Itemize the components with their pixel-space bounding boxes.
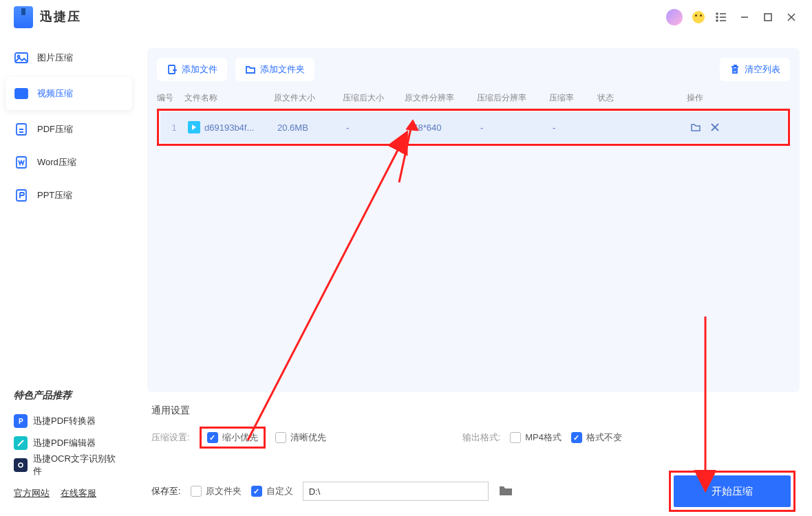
save-bar: 保存至: 原文件夹 自定义 开始压缩 — [147, 471, 800, 512]
cell-comp-res: - — [480, 122, 553, 133]
option-keep-format[interactable]: 格式不变 — [571, 431, 622, 444]
sidebar-item-label: 视频压缩 — [37, 87, 73, 100]
col-orig-res: 原文件分辨率 — [405, 92, 477, 104]
promo-label: 迅捷OCR文字识别软件 — [33, 453, 124, 477]
promo-item-pdf-editor[interactable]: 迅捷PDF编辑器 — [14, 432, 124, 454]
file-panel: 添加文件 添加文件夹 清空列表 编号 文件名称 — [147, 48, 800, 392]
col-comp-res: 压缩后分辨率 — [477, 92, 549, 104]
svg-point-17 — [19, 463, 23, 467]
save-to-label: 保存至: — [151, 485, 181, 497]
cell-ratio: - — [553, 122, 601, 133]
col-name: 文件名称 — [184, 92, 274, 104]
cell-orig-size: 20.6MB — [277, 122, 346, 133]
checkbox-icon — [191, 486, 202, 497]
checkbox-icon — [275, 432, 286, 443]
close-button[interactable] — [784, 10, 798, 24]
ppt-icon — [14, 188, 29, 203]
highlight-box-row: 1 d69193b4f... 20.6MB - 368*640 - - — [157, 109, 790, 146]
option-clarity-priority[interactable]: 清晰优先 — [275, 431, 326, 444]
option-mp4-format[interactable]: MP4格式 — [510, 431, 562, 444]
sidebar-item-label: PDF压缩 — [37, 123, 73, 136]
option-custom-folder[interactable]: 自定义 — [251, 485, 293, 497]
pdf-icon — [14, 122, 29, 137]
option-label: 缩小优先 — [222, 431, 258, 444]
option-size-priority[interactable]: 缩小优先 — [200, 427, 266, 449]
col-status: 状态 — [597, 92, 687, 104]
cell-orig-res: 368*640 — [408, 122, 480, 133]
promo-icon — [14, 458, 28, 472]
emoji-icon[interactable] — [692, 11, 705, 23]
checkbox-icon — [251, 486, 262, 497]
promo-item-ocr[interactable]: 迅捷OCR文字识别软件 — [14, 454, 124, 476]
cell-name-text: d69193b4f... — [204, 122, 254, 133]
checkbox-icon — [571, 432, 582, 443]
browse-folder-button[interactable] — [498, 484, 515, 499]
minimize-button[interactable] — [738, 10, 751, 24]
link-online-support[interactable]: 在线客服 — [61, 487, 96, 499]
sidebar-item-label: 图片压缩 — [37, 52, 73, 64]
option-label: 清晰优先 — [290, 431, 326, 444]
start-compress-button[interactable]: 开始压缩 — [674, 475, 791, 507]
add-file-button[interactable]: 添加文件 — [157, 58, 227, 81]
promo-item-pdf-converter[interactable]: P 迅捷PDF转换器 — [14, 410, 124, 432]
sidebar-item-image-compress[interactable]: 图片压缩 — [0, 41, 138, 74]
svg-text:P: P — [19, 418, 23, 425]
sidebar-item-video-compress[interactable]: 视频压缩 — [6, 77, 132, 110]
settings-title: 通用设置 — [151, 405, 795, 417]
option-label: 格式不变 — [586, 431, 622, 444]
add-folder-label: 添加文件夹 — [260, 63, 305, 76]
svg-point-4 — [716, 20, 718, 21]
promo-icon: P — [14, 414, 28, 428]
option-label: MP4格式 — [525, 431, 562, 444]
add-folder-button[interactable]: 添加文件夹 — [235, 58, 314, 81]
col-idx: 编号 — [157, 92, 184, 104]
promo-label: 迅捷PDF编辑器 — [33, 437, 96, 449]
clear-list-label: 清空列表 — [745, 63, 780, 76]
svg-point-0 — [716, 13, 718, 14]
option-label: 原文件夹 — [206, 485, 242, 497]
list-view-icon[interactable] — [714, 10, 728, 24]
cell-comp-size: - — [346, 122, 408, 133]
output-format-label: 输出格式: — [462, 431, 501, 444]
sidebar-item-label: Word压缩 — [37, 156, 76, 169]
app-title: 迅捷压 — [40, 10, 81, 24]
content: 添加文件 添加文件夹 清空列表 编号 文件名称 — [138, 34, 812, 516]
sidebar-item-label: PPT压缩 — [37, 189, 72, 202]
promo-icon — [14, 436, 28, 450]
col-ratio: 压缩率 — [549, 92, 597, 104]
remove-row-icon[interactable] — [709, 122, 720, 133]
table-row[interactable]: 1 d69193b4f... 20.6MB - 368*640 - - — [160, 112, 787, 142]
svg-rect-10 — [15, 53, 28, 63]
svg-rect-7 — [765, 14, 771, 21]
promo-section: 特色产品推荐 P 迅捷PDF转换器 迅捷PDF编辑器 迅捷OCR文字识别软件 — [0, 389, 138, 487]
svg-rect-18 — [169, 65, 175, 74]
checkbox-icon — [510, 432, 521, 443]
avatar[interactable] — [666, 9, 683, 25]
video-icon — [14, 86, 29, 101]
save-path-input[interactable] — [303, 482, 489, 501]
open-folder-icon[interactable] — [690, 122, 701, 133]
general-settings: 通用设置 压缩设置: 缩小优先 清晰优先 输出格式: MP4 — [147, 402, 800, 458]
promo-label: 迅捷PDF转换器 — [33, 415, 96, 427]
title-bar: 迅捷压 — [0, 0, 812, 34]
col-orig-size: 原文件大小 — [274, 92, 343, 104]
clear-list-button[interactable]: 清空列表 — [720, 58, 790, 81]
table-header: 编号 文件名称 原文件大小 压缩后大小 原文件分辨率 压缩后分辨率 压缩率 状态… — [157, 87, 790, 109]
sidebar-item-word-compress[interactable]: Word压缩 — [0, 146, 138, 179]
cell-idx: 1 — [160, 122, 188, 133]
maximize-button[interactable] — [761, 10, 775, 24]
image-icon — [14, 50, 29, 65]
video-file-icon — [188, 121, 200, 133]
sidebar-item-ppt-compress[interactable]: PPT压缩 — [0, 179, 138, 212]
link-official-site[interactable]: 官方网站 — [14, 487, 50, 499]
sidebar-item-pdf-compress[interactable]: PDF压缩 — [0, 113, 138, 146]
add-file-label: 添加文件 — [182, 63, 217, 76]
compress-settings-label: 压缩设置: — [151, 431, 190, 444]
checkbox-icon — [207, 432, 218, 443]
start-label: 开始压缩 — [712, 485, 753, 498]
app-logo-icon — [14, 6, 33, 28]
option-original-folder[interactable]: 原文件夹 — [191, 485, 242, 497]
svg-point-2 — [716, 17, 718, 18]
col-comp-size: 压缩后大小 — [343, 92, 405, 104]
highlight-box-start: 开始压缩 — [669, 471, 795, 512]
